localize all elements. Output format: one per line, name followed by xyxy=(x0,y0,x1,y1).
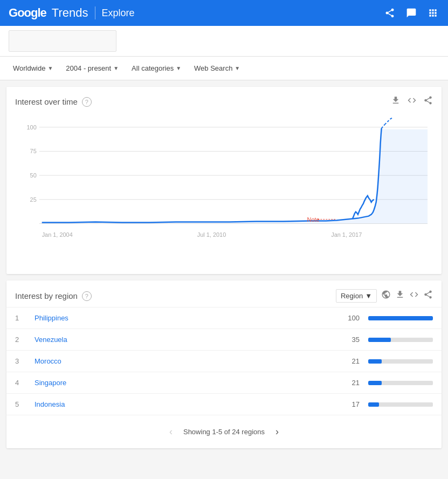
pagination: ‹ Showing 1-5 of 24 regions › xyxy=(6,415,442,448)
share-icon[interactable] xyxy=(423,95,433,108)
region-name[interactable]: Morocco xyxy=(35,357,329,365)
region-dropdown[interactable]: Region ▼ xyxy=(336,289,377,303)
svg-text:25: 25 xyxy=(30,196,37,203)
search-bar-area xyxy=(0,26,448,57)
download-icon[interactable] xyxy=(391,95,401,108)
region-value: 17 xyxy=(338,400,360,408)
region-name[interactable]: Philippines xyxy=(35,314,329,322)
region-dropdown-label: Region xyxy=(341,292,363,300)
region-row: 1 Philippines 100 xyxy=(6,307,442,329)
svg-line-14 xyxy=(388,119,390,122)
location-label: Worldwide xyxy=(13,64,45,72)
chart-svg: 100 75 50 25 Jan 1, 2004 Jul 1, 2010 Jan… xyxy=(15,117,433,261)
svg-text:Jan 1, 2017: Jan 1, 2017 xyxy=(331,231,362,238)
search-input-box xyxy=(9,30,116,52)
svg-line-15 xyxy=(390,118,393,119)
svg-text:75: 75 xyxy=(30,148,37,154)
google-logo: Google xyxy=(9,6,46,20)
category-label: All categories xyxy=(132,64,174,72)
region-list: 1 Philippines 100 2 Venezuela 35 3 Moroc… xyxy=(6,307,442,415)
download-icon[interactable] xyxy=(395,290,405,302)
search-type-label: Web Search xyxy=(194,64,232,72)
region-bar-container xyxy=(368,402,433,407)
svg-text:100: 100 xyxy=(27,124,37,131)
region-rank: 4 xyxy=(15,379,26,387)
svg-text:50: 50 xyxy=(30,172,37,179)
region-bar xyxy=(368,381,382,385)
category-filter[interactable]: All categories ▼ xyxy=(127,61,185,76)
region-rank: 5 xyxy=(15,400,26,408)
location-caret: ▼ xyxy=(47,65,53,71)
interest-by-region-header: Interest by region ? Region ▼ xyxy=(6,280,442,307)
region-bar-container xyxy=(368,359,433,364)
region-rank: 2 xyxy=(15,336,26,344)
svg-text:Jan 1, 2004: Jan 1, 2004 xyxy=(42,231,73,238)
region-bar-container xyxy=(368,381,433,385)
interest-over-time-actions xyxy=(391,95,433,108)
region-bar-container xyxy=(368,316,433,320)
interest-by-region-title: Interest by region xyxy=(15,291,78,300)
feedback-icon[interactable] xyxy=(405,6,418,19)
header-icons xyxy=(383,6,439,19)
header-divider xyxy=(95,6,95,19)
next-page-button[interactable]: › xyxy=(273,424,281,440)
time-filter[interactable]: 2004 - present ▼ xyxy=(61,61,123,76)
interest-over-time-title-area: Interest over time ? xyxy=(15,97,92,107)
region-row: 5 Indonesia 17 xyxy=(6,393,442,415)
pagination-label: Showing 1-5 of 24 regions xyxy=(183,428,265,436)
region-right: Region ▼ xyxy=(336,289,433,303)
interest-over-time-header: Interest over time ? xyxy=(6,87,442,112)
region-row: 2 Venezuela 35 xyxy=(6,329,442,350)
main-content: Interest over time ? xyxy=(0,80,448,461)
region-dropdown-caret: ▼ xyxy=(365,292,372,300)
prev-page-button[interactable]: ‹ xyxy=(167,424,175,440)
region-rank: 3 xyxy=(15,357,26,365)
header: Google Trends Explore xyxy=(0,0,448,26)
interest-by-region-card: Interest by region ? Region ▼ xyxy=(6,280,442,448)
interest-over-time-chart: 100 75 50 25 Jan 1, 2004 Jul 1, 2010 Jan… xyxy=(6,112,442,274)
region-row: 4 Singapore 21 xyxy=(6,372,442,393)
region-rank: 1 xyxy=(15,314,26,322)
search-type-filter[interactable]: Web Search ▼ xyxy=(190,61,244,76)
svg-line-12 xyxy=(382,125,385,128)
share-icon[interactable] xyxy=(383,6,396,19)
svg-line-13 xyxy=(385,122,388,125)
svg-text:Jul 1, 2010: Jul 1, 2010 xyxy=(197,231,226,238)
interest-by-region-help[interactable]: ? xyxy=(82,291,92,301)
region-name[interactable]: Indonesia xyxy=(35,400,329,408)
region-name[interactable]: Singapore xyxy=(35,379,329,387)
interest-over-time-card: Interest over time ? xyxy=(6,87,442,274)
region-bar xyxy=(368,316,433,320)
region-value: 35 xyxy=(338,336,360,344)
search-type-caret: ▼ xyxy=(235,65,240,71)
region-value: 21 xyxy=(338,357,360,365)
time-label: 2004 - present xyxy=(66,64,111,72)
region-bar xyxy=(368,359,382,364)
category-caret: ▼ xyxy=(176,65,181,71)
explore-label: Explore xyxy=(102,8,135,19)
svg-text:Note: Note xyxy=(307,216,320,223)
embed-icon[interactable] xyxy=(409,290,419,302)
region-bar-container xyxy=(368,338,433,342)
region-value: 100 xyxy=(338,314,360,322)
location-filter[interactable]: Worldwide ▼ xyxy=(9,61,57,76)
region-row: 3 Morocco 21 xyxy=(6,350,442,372)
region-bar xyxy=(368,338,391,342)
globe-icon[interactable] xyxy=(381,290,391,302)
svg-marker-18 xyxy=(42,129,428,224)
logo-area: Google Trends xyxy=(9,6,88,20)
region-value: 21 xyxy=(338,379,360,387)
interest-by-region-title-area: Interest by region ? xyxy=(15,291,92,301)
trends-label: Trends xyxy=(52,6,88,20)
region-name[interactable]: Venezuela xyxy=(35,336,329,344)
share-icon[interactable] xyxy=(423,290,433,302)
interest-over-time-help[interactable]: ? xyxy=(82,97,92,107)
apps-icon[interactable] xyxy=(426,6,439,19)
embed-icon[interactable] xyxy=(407,95,417,108)
interest-over-time-title: Interest over time xyxy=(15,97,78,106)
filters-bar: Worldwide ▼ 2004 - present ▼ All categor… xyxy=(0,57,448,80)
time-caret: ▼ xyxy=(113,65,119,71)
region-bar xyxy=(368,402,379,407)
